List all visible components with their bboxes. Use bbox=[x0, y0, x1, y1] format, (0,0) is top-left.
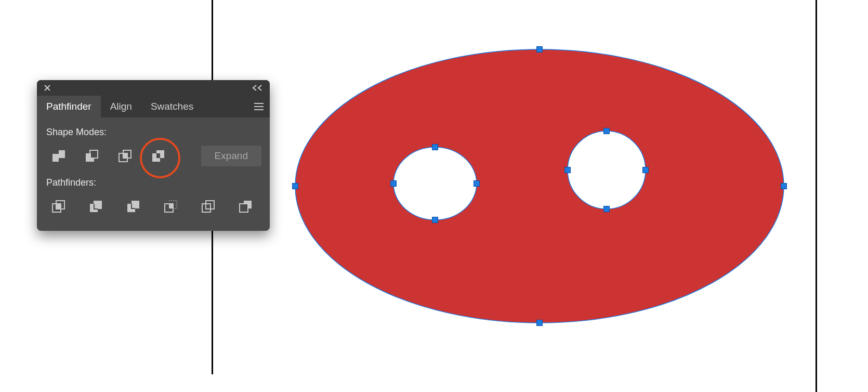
minus-front-icon[interactable] bbox=[78, 143, 104, 169]
exclude-icon[interactable] bbox=[145, 143, 171, 169]
shape-modes-row: Expand bbox=[45, 143, 261, 169]
canvas-artwork[interactable] bbox=[293, 47, 786, 325]
unite-icon[interactable] bbox=[45, 143, 71, 169]
anchor-point[interactable] bbox=[536, 46, 543, 53]
close-icon[interactable] bbox=[43, 84, 51, 92]
anchor-point[interactable] bbox=[390, 180, 397, 187]
anchor-point[interactable] bbox=[781, 183, 787, 189]
tab-swatches[interactable]: Swatches bbox=[141, 96, 203, 117]
anchor-point[interactable] bbox=[603, 128, 610, 134]
svg-rect-13 bbox=[240, 204, 248, 212]
svg-rect-7 bbox=[56, 204, 61, 209]
anchor-point[interactable] bbox=[432, 217, 438, 223]
svg-rect-3 bbox=[123, 153, 127, 158]
intersect-icon[interactable] bbox=[112, 143, 138, 169]
panel-menu-icon[interactable] bbox=[248, 96, 270, 117]
merge-icon[interactable] bbox=[120, 193, 146, 219]
svg-rect-0 bbox=[90, 150, 98, 158]
outline-icon[interactable] bbox=[195, 193, 221, 219]
svg-rect-8 bbox=[94, 201, 102, 209]
panel-tabs: Pathfinder Align Swatches bbox=[37, 96, 270, 117]
collapse-panel-icon[interactable] bbox=[252, 85, 264, 91]
pathfinder-panel: Pathfinder Align Swatches Shape Modes: bbox=[37, 80, 270, 231]
panel-body: Shape Modes: bbox=[37, 117, 270, 231]
anchor-point[interactable] bbox=[642, 167, 649, 173]
pathfinders-label: Pathfinders: bbox=[46, 177, 261, 188]
tab-align[interactable]: Align bbox=[101, 96, 141, 117]
svg-rect-10 bbox=[169, 204, 173, 208]
artboard-right-edge bbox=[816, 0, 817, 392]
anchor-point[interactable] bbox=[536, 320, 543, 326]
anchor-point[interactable] bbox=[474, 180, 480, 187]
tab-pathfinder[interactable]: Pathfinder bbox=[37, 96, 101, 117]
minus-back-icon[interactable] bbox=[232, 193, 258, 219]
divide-icon[interactable] bbox=[45, 193, 71, 219]
compound-path-shape[interactable] bbox=[293, 47, 786, 325]
anchor-point[interactable] bbox=[564, 167, 571, 173]
svg-rect-4 bbox=[156, 153, 160, 158]
shape-modes-label: Shape Modes: bbox=[46, 127, 261, 138]
pathfinders-row bbox=[45, 193, 261, 219]
anchor-point[interactable] bbox=[292, 183, 298, 189]
crop-icon[interactable] bbox=[157, 193, 183, 219]
panel-titlebar[interactable] bbox=[37, 80, 270, 96]
anchor-point[interactable] bbox=[603, 206, 610, 212]
trim-icon[interactable] bbox=[83, 193, 109, 219]
expand-button[interactable]: Expand bbox=[201, 146, 261, 166]
anchor-point[interactable] bbox=[432, 144, 438, 150]
